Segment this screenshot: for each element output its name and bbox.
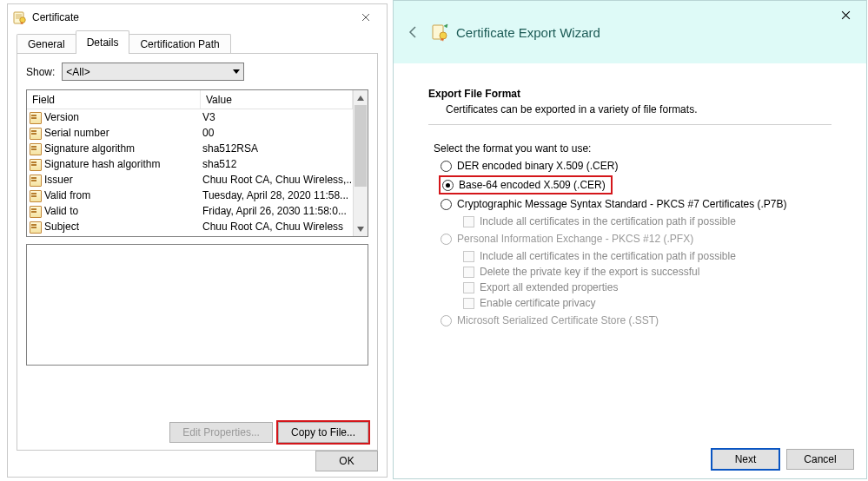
table-row[interactable]: SubjectChuu Root CA, Chuu Wireless xyxy=(27,219,353,234)
table-row[interactable]: Valid fromTuesday, April 28, 2020 11:58.… xyxy=(27,188,353,203)
fields-body: VersionV3 Serial number00 Signature algo… xyxy=(27,109,353,234)
field-icon xyxy=(29,128,41,138)
radio-icon xyxy=(441,199,452,210)
checkbox-icon xyxy=(463,282,474,293)
fields-listview[interactable]: Field Value VersionV3 Serial number00 Si… xyxy=(26,89,368,237)
tab-certpath[interactable]: Certification Path xyxy=(129,34,230,54)
divider xyxy=(428,124,832,125)
close-button[interactable] xyxy=(828,4,863,25)
certificate-dialog: Certificate General Details Certificatio… xyxy=(7,3,388,478)
certificate-icon xyxy=(13,10,27,24)
scroll-up-button[interactable] xyxy=(354,90,368,105)
field-icon xyxy=(29,206,41,216)
titlebar: Certificate xyxy=(8,4,387,30)
scroll-track[interactable] xyxy=(354,105,368,221)
field-icon xyxy=(29,190,41,201)
cancel-button[interactable]: Cancel xyxy=(786,449,854,470)
table-row[interactable]: Valid toFriday, April 26, 2030 11:58:0..… xyxy=(27,203,353,219)
checkbox-icon xyxy=(463,298,474,309)
radio-icon xyxy=(441,315,452,326)
show-dropdown[interactable]: <All> xyxy=(62,63,244,81)
field-icon xyxy=(29,143,41,154)
checkbox-icon xyxy=(463,216,474,227)
field-icon xyxy=(29,159,41,169)
scrollbar[interactable] xyxy=(353,90,368,236)
radio-icon xyxy=(441,161,452,172)
checkbox-pfx-include: Include all certificates in the certific… xyxy=(441,250,832,262)
fields-header: Field Value xyxy=(27,90,353,109)
select-label: Select the format you want to use: xyxy=(428,142,832,155)
scroll-thumb[interactable] xyxy=(354,105,367,187)
radio-der[interactable]: DER encoded binary X.509 (.CER) xyxy=(441,160,832,172)
field-icon xyxy=(29,112,41,122)
wizard-subheading: Certificates can be exported in a variet… xyxy=(428,103,832,115)
svg-point-3 xyxy=(440,32,447,39)
value-detail-textarea[interactable] xyxy=(26,244,368,366)
checkbox-pfx-delete: Delete the private key if the export is … xyxy=(441,266,832,278)
table-row[interactable]: VersionV3 xyxy=(27,109,353,125)
tab-general[interactable]: General xyxy=(17,34,76,54)
radio-sst: Microsoft Serialized Certificate Store (… xyxy=(441,314,832,326)
tab-panel: Show: <All> Field Value VersionV3 Serial… xyxy=(17,53,378,451)
field-icon xyxy=(29,221,41,232)
checkbox-pfx-privacy: Enable certificate privacy xyxy=(441,297,832,309)
back-button[interactable] xyxy=(404,23,423,42)
copy-to-file-button[interactable]: Copy to File... xyxy=(278,422,368,443)
radio-base64[interactable]: Base-64 encoded X.509 (.CER) xyxy=(441,177,832,193)
radio-icon xyxy=(441,234,452,245)
chevron-down-icon xyxy=(233,69,240,74)
checkbox-icon xyxy=(463,251,474,262)
tab-strip: General Details Certification Path xyxy=(8,30,387,53)
radio-icon xyxy=(442,180,454,191)
col-value[interactable]: Value xyxy=(201,90,353,109)
wizard-body: Export File Format Certificates can be e… xyxy=(394,63,866,326)
format-options: DER encoded binary X.509 (.CER) Base-64 … xyxy=(428,160,832,326)
svg-point-1 xyxy=(20,17,25,23)
export-wizard-dialog: Certificate Export Wizard Export File Fo… xyxy=(393,0,867,479)
radio-p7b[interactable]: Cryptographic Message Syntax Standard - … xyxy=(441,198,832,210)
tab-details[interactable]: Details xyxy=(76,30,130,54)
show-value: <All> xyxy=(66,66,89,78)
wizard-title: Certificate Export Wizard xyxy=(456,25,600,40)
wizard-heading: Export File Format xyxy=(428,88,832,100)
table-row[interactable]: Serial number00 xyxy=(27,125,353,141)
close-button[interactable] xyxy=(347,5,385,30)
ok-button[interactable]: OK xyxy=(315,451,378,471)
scroll-down-button[interactable] xyxy=(354,221,368,236)
next-button[interactable]: Next xyxy=(712,449,779,470)
edit-properties-button: Edit Properties... xyxy=(169,422,273,443)
checkbox-pfx-extended: Export all extended properties xyxy=(441,281,832,293)
table-row[interactable]: Signature algorithmsha512RSA xyxy=(27,141,353,156)
wizard-icon xyxy=(430,23,449,42)
show-row: Show: <All> xyxy=(26,63,368,81)
checkbox-p7b-include: Include all certificates in the certific… xyxy=(441,215,832,227)
table-row[interactable]: IssuerChuu Root CA, Chuu Wireless,... xyxy=(27,172,353,188)
table-row[interactable]: Signature hash algorithmsha512 xyxy=(27,156,353,172)
col-field[interactable]: Field xyxy=(27,90,201,109)
window-title: Certificate xyxy=(32,11,347,23)
show-label: Show: xyxy=(26,66,55,78)
wizard-header: Certificate Export Wizard xyxy=(394,1,866,63)
field-icon xyxy=(29,175,41,185)
checkbox-icon xyxy=(463,267,474,278)
radio-pfx: Personal Information Exchange - PKCS #12… xyxy=(441,233,832,245)
